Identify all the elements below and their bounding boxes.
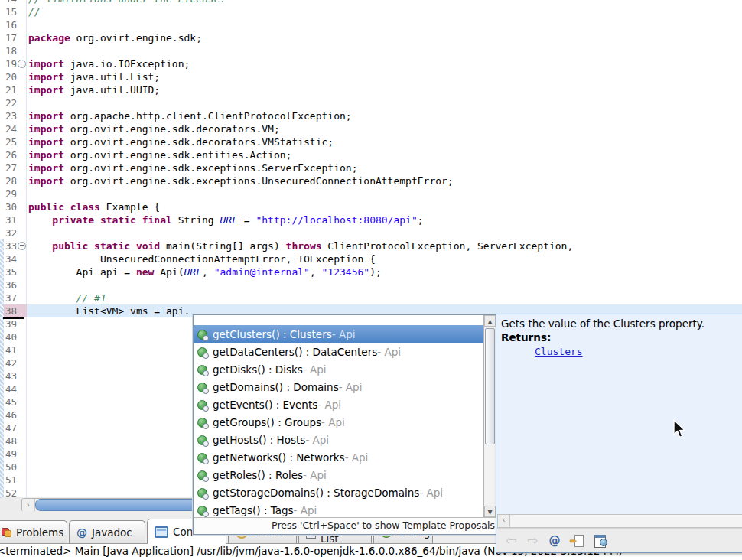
gutter-cell[interactable]: 44 xyxy=(0,383,27,396)
gutter-cell[interactable]: 25 xyxy=(0,135,27,148)
completion-proposal[interactable]: getEvents() : Events - Api xyxy=(194,396,496,413)
gutter-cell[interactable]: 32 xyxy=(0,226,27,239)
gutter-cell[interactable]: 42 xyxy=(0,357,27,370)
code-text: import java.io.IOException; xyxy=(27,58,190,70)
gutter-cell[interactable]: 34 xyxy=(0,252,27,265)
code-line[interactable]: 29 xyxy=(0,187,742,200)
back-icon[interactable]: ⇦ xyxy=(506,534,516,547)
completion-proposal[interactable]: getStorageDomains() : StorageDomains - A… xyxy=(194,483,496,501)
code-line[interactable]: 36 xyxy=(0,278,742,291)
show-original-javadoc-icon[interactable]: @ xyxy=(549,534,561,548)
gutter-cell[interactable]: 14 xyxy=(0,0,27,5)
assist-scrollbar-thumb[interactable] xyxy=(485,328,495,444)
gutter-cell[interactable]: 29 xyxy=(0,187,27,200)
code-line[interactable]: 23import org.apache.http.client.ClientPr… xyxy=(0,109,742,122)
code-line[interactable]: 28import org.ovirt.engine.sdk.exceptions… xyxy=(0,174,742,187)
gutter-cell[interactable]: 26 xyxy=(0,148,27,161)
gutter-cell[interactable]: 39 xyxy=(0,317,27,330)
code-text: private static final String URL = "http:… xyxy=(27,214,424,226)
completion-proposal[interactable]: getClusters() : Clusters - Api xyxy=(194,325,496,343)
tab-problems[interactable]: Problems xyxy=(0,520,67,544)
completion-proposal[interactable]: getTags() : Tags - Api xyxy=(194,501,496,517)
code-line[interactable]: 21import java.util.UUID; xyxy=(0,83,742,96)
gutter-cell[interactable]: 36 xyxy=(0,278,27,291)
javadoc-returns-link[interactable]: Clusters xyxy=(535,345,583,359)
scroll-down-icon[interactable]: ▼ xyxy=(484,506,496,517)
code-line[interactable]: 16 xyxy=(0,18,742,31)
code-text: import org.ovirt.engine.sdk.exceptions.S… xyxy=(27,162,357,174)
code-line[interactable]: 15// xyxy=(0,5,742,18)
scroll-left-icon[interactable]: ‹ xyxy=(22,499,35,511)
completion-proposal[interactable]: getDomains() : Domains - Api xyxy=(194,378,496,396)
gutter-cell[interactable]: 19 xyxy=(0,57,27,70)
assist-scrollbar[interactable]: ▲ ▼ xyxy=(483,315,496,517)
proposal-signature: getTags() : Tags xyxy=(213,504,294,516)
gutter-cell[interactable]: 41 xyxy=(0,343,27,357)
gutter-cell[interactable]: 30 xyxy=(0,200,27,213)
gutter-cell[interactable]: 46 xyxy=(0,409,27,422)
scroll-up-icon[interactable]: ▲ xyxy=(484,315,496,327)
gutter-cell[interactable]: 22 xyxy=(0,96,27,109)
completion-proposal[interactable]: getDataCenters() : DataCenters - Api xyxy=(194,343,496,360)
gutter-cell[interactable]: 23 xyxy=(0,109,27,122)
line-number: 25 xyxy=(0,136,17,148)
code-text: import org.ovirt.engine.sdk.decorators.V… xyxy=(27,136,334,148)
gutter-cell[interactable]: 52 xyxy=(0,487,27,498)
completion-proposal[interactable]: getNetworks() : Networks - Api xyxy=(194,448,496,466)
completion-proposal[interactable]: getRoles() : Roles - Api xyxy=(194,466,496,483)
collapse-icon[interactable] xyxy=(18,60,26,68)
code-line[interactable]: 22 xyxy=(0,96,742,109)
code-line[interactable]: 27import org.ovirt.engine.sdk.exceptions… xyxy=(0,161,742,174)
gutter-cell[interactable]: 20 xyxy=(0,70,27,83)
gutter-cell[interactable]: 15 xyxy=(0,5,27,18)
code-line[interactable]: 26import org.ovirt.engine.sdk.entities.A… xyxy=(0,148,742,161)
gutter-cell[interactable]: 40 xyxy=(0,330,27,343)
gutter-cell[interactable]: 24 xyxy=(0,122,27,135)
code-line[interactable]: 20import java.util.List; xyxy=(0,70,742,83)
gutter-cell[interactable]: 28 xyxy=(0,174,27,187)
code-line[interactable]: 31 private static final String URL = "ht… xyxy=(0,213,742,226)
gutter-cell[interactable]: 45 xyxy=(0,396,27,409)
gutter-cell[interactable]: 37 xyxy=(0,291,27,304)
forward-icon[interactable]: ⇨ xyxy=(527,534,538,547)
gutter-cell[interactable]: 27 xyxy=(0,161,27,174)
code-line[interactable]: 30public class Example { xyxy=(0,200,742,213)
code-line[interactable]: 25import org.ovirt.engine.sdk.decorators… xyxy=(0,135,742,148)
completion-proposal[interactable]: getDisks() : Disks - Api xyxy=(194,360,496,378)
gutter-cell[interactable]: 43 xyxy=(0,370,27,383)
code-line[interactable]: 19import java.io.IOException; xyxy=(0,57,742,70)
gutter-cell[interactable]: 47 xyxy=(0,422,27,435)
gutter-cell[interactable]: 50 xyxy=(0,461,27,474)
gutter-cell[interactable]: 33 xyxy=(0,239,27,252)
gutter-cell[interactable]: 18 xyxy=(0,44,27,57)
gutter-cell[interactable]: 31 xyxy=(0,213,27,226)
gutter-cell[interactable]: 48 xyxy=(0,435,27,448)
at-icon: @ xyxy=(76,526,87,539)
code-line[interactable]: 33 public static void main(String[] args… xyxy=(0,239,742,252)
open-in-browser-icon[interactable] xyxy=(594,535,607,546)
gutter-cell[interactable]: 35 xyxy=(0,265,27,278)
completion-proposal[interactable]: getGroups() : Groups - Api xyxy=(194,413,496,431)
collapse-icon[interactable] xyxy=(18,242,26,250)
gutter-cell[interactable]: 21 xyxy=(0,83,27,96)
gutter-cell[interactable]: 16 xyxy=(0,18,27,31)
code-line[interactable]: 14// limitations under the License. xyxy=(0,0,742,5)
gutter-cell[interactable]: 38 xyxy=(0,304,27,317)
gutter-cell[interactable]: 49 xyxy=(0,448,27,461)
javadoc-horizontal-scrollbar[interactable]: ‹ xyxy=(497,514,742,528)
code-line[interactable]: 24import org.ovirt.engine.sdk.decorators… xyxy=(0,122,742,135)
attach-javadoc-icon[interactable] xyxy=(571,535,584,546)
line-number: 27 xyxy=(0,162,17,174)
completion-proposal[interactable]: getHosts() : Hosts - Api xyxy=(194,431,496,448)
code-line[interactable]: 17package org.ovirt.engine.sdk; xyxy=(0,31,742,44)
code-line[interactable]: 37 // #1 xyxy=(0,291,742,304)
javadoc-content: Gets the value of the Clusters property.… xyxy=(496,314,742,514)
code-line[interactable]: 34 UnsecuredConnectionAttemptError, IOEx… xyxy=(0,252,742,265)
gutter-cell[interactable]: 51 xyxy=(0,474,27,487)
gutter-cell[interactable]: 17 xyxy=(0,31,27,44)
code-line[interactable]: 18 xyxy=(0,44,742,57)
code-line[interactable]: 35 Api api = new Api(URL, "admin@interna… xyxy=(0,265,742,278)
code-line[interactable]: 32 xyxy=(0,226,742,239)
tab-javadoc[interactable]: @Javadoc xyxy=(69,520,145,544)
scroll-left-icon[interactable]: ‹ xyxy=(498,515,510,527)
